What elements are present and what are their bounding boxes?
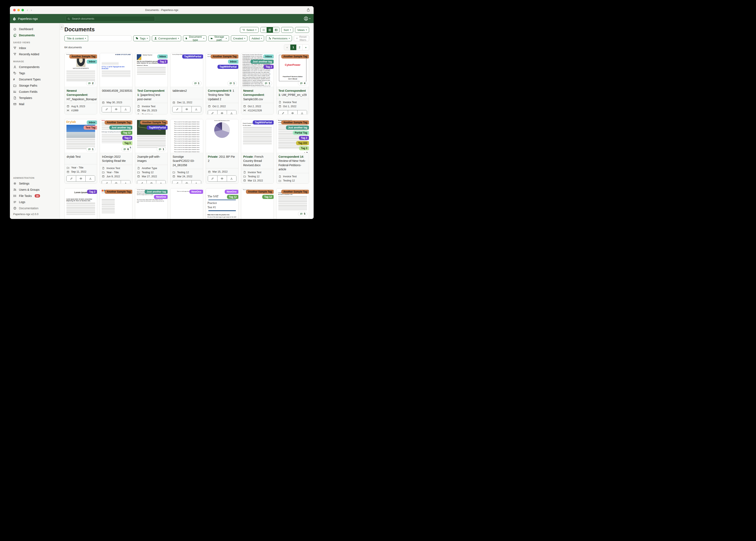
sidebar-item-users-groups[interactable]: Users & Groups (10, 187, 60, 193)
tag-badge[interactable]: TagWithPartial (147, 126, 168, 130)
tag-badge[interactable]: Inbox (87, 120, 97, 125)
tag-badge[interactable]: NewOne (154, 195, 168, 199)
view-button[interactable] (111, 106, 121, 112)
comment-count-badge[interactable]: 1 (227, 81, 237, 86)
sidebar-collapse-button[interactable]: « (60, 24, 64, 30)
view-mode-detail-view[interactable] (273, 27, 279, 33)
tag-badge[interactable]: Inbox (87, 60, 97, 64)
sidebar-item-documents[interactable]: Documents (10, 32, 60, 38)
tag-badge[interactable]: Another Sample Tag (246, 190, 274, 194)
edit-button[interactable] (172, 181, 182, 184)
metadata-row[interactable]: Invoice Test (243, 170, 272, 175)
tag-badge[interactable]: TagWithPartial (253, 120, 274, 125)
metadata-row[interactable]: Jun 9, 2022 (102, 175, 130, 179)
metadata-row[interactable]: Testing 12 (243, 175, 272, 179)
filter-document-type-button[interactable]: Document type▾ (183, 35, 207, 41)
metadata-row[interactable]: Mar 25, 2023 (137, 109, 165, 113)
tag-badge[interactable]: Another Sample Tag (105, 190, 132, 194)
brand[interactable]: Paperless-ngx (13, 17, 38, 20)
edit-button[interactable] (208, 176, 217, 182)
tag-badge[interactable]: Tag 3 (122, 141, 132, 145)
document-preview[interactable]: ✻ BANK OF SCOTLAND2,0 % p. a. auf Ihr Ta… (100, 53, 132, 87)
tag-badge[interactable]: Inbox (157, 54, 168, 59)
metadata-row[interactable]: Testing 12 (279, 179, 307, 183)
sidebar-item-tags[interactable]: Tags (10, 70, 60, 76)
download-button[interactable] (227, 176, 236, 182)
download-button[interactable] (298, 110, 307, 114)
document-preview[interactable]: Lorem ipsumLorem ipsum dolor sit amet, c… (276, 189, 309, 219)
sidebar-item-inbox[interactable]: Inbox (10, 45, 60, 51)
tag-badge[interactable]: Tag 12 (227, 195, 238, 199)
tag-badge[interactable]: Another Sample Tag (140, 120, 168, 125)
document-preview[interactable]: Review of Arbitral Awardsof ArbitralAnot… (276, 119, 309, 153)
document-title[interactable]: Newest Correspondent: H7_Napoleon_Bonapa… (65, 87, 97, 103)
metadata-row[interactable]: Testing 12 (137, 170, 165, 175)
tag-badge[interactable]: Tag 222 (296, 141, 309, 145)
download-button[interactable] (121, 181, 130, 184)
view-button[interactable] (288, 110, 298, 114)
filter-tags-button[interactable]: Tags▾ (133, 35, 150, 41)
document-title[interactable]: InDesign 2022 Scripting Read Me (100, 153, 132, 165)
sidebar-item-custom-fields[interactable]: Custom Fields (10, 89, 60, 95)
view-mode-grid-view[interactable] (267, 27, 273, 33)
tag-badge[interactable]: Test Tag (84, 126, 97, 130)
tag-badge[interactable]: NewOne (225, 190, 238, 194)
sidebar-item-document-types[interactable]: #Document Types (10, 76, 60, 83)
sidebar-item-templates[interactable]: Templates (10, 95, 60, 101)
sidebar-item-storage-paths[interactable]: Storage Paths (10, 83, 60, 89)
metadata-row[interactable]: Invoice Test (279, 175, 307, 179)
select-button[interactable]: Select ▾ (240, 27, 259, 33)
tag-badge[interactable]: NewOne (189, 190, 203, 194)
metadata-row[interactable]: Invoice Test (102, 166, 130, 170)
document-preview[interactable]: Medical TeacherHas the new Kirkpatrick g… (135, 53, 168, 87)
tag-badge[interactable]: Tag 12 (262, 195, 274, 199)
view-button[interactable] (182, 181, 191, 184)
sidebar-item-settings[interactable]: Settings (10, 181, 60, 187)
document-title[interactable]: Private: French Country Bread Revised.do… (241, 153, 274, 169)
document-preview[interactable]: Lorem ipsumLorem ipsum dolor sit amet, c… (65, 189, 97, 219)
filter-added-button[interactable]: Added▾ (249, 35, 264, 41)
tag-badge[interactable]: Just another tag (145, 190, 168, 194)
document-preview[interactable]: Contact Sheet DemoGiven a set of image f… (135, 189, 168, 219)
document-preview[interactable]: The SATPracticeTest #1Make time to take … (206, 189, 238, 219)
tag-badge[interactable]: Tag 12 (121, 131, 132, 135)
metadata-row[interactable]: #112412326 (243, 109, 272, 113)
document-title[interactable]: Test Correspondent 1: UM_PPBE_en_v29 (276, 87, 309, 99)
comment-count-badge[interactable]: 1 (157, 147, 166, 152)
sidebar-item-correspondents[interactable]: Correspondents (10, 64, 60, 70)
tag-badge[interactable]: Just another tag (286, 126, 309, 130)
metadata-row[interactable]: Sep 11, 2022 (67, 170, 95, 174)
search-input[interactable] (71, 17, 153, 20)
document-preview[interactable]: Country,Region/State,"TagWithPartial1 (170, 53, 203, 87)
document-preview[interactable]: AdobeInDesign Scripting DocumentationAno… (100, 119, 132, 153)
document-preview[interactable]: Test NameAnother Sample Tag (100, 189, 132, 219)
comment-count-badge[interactable]: 2 (86, 81, 96, 86)
download-button[interactable] (192, 106, 201, 112)
sidebar-item-dashboard[interactable]: Dashboard (10, 26, 60, 32)
edit-button[interactable] (67, 176, 76, 182)
tag-badge[interactable]: TagWithPartial (217, 65, 238, 69)
document-preview[interactable]: Another Sample TagTagWithPartial1 (135, 119, 168, 153)
title-content-input[interactable] (88, 35, 131, 41)
document-preview[interactable]: French Country BreadFor the LeavenTagWit… (241, 119, 274, 153)
download-button[interactable] (156, 181, 165, 184)
tag-badge[interactable]: Another Sample Tag (281, 190, 309, 194)
document-title[interactable]: tablerates2 (170, 87, 203, 99)
view-button[interactable] (182, 106, 191, 112)
metadata-row[interactable]: Mar 15, 2022 (208, 170, 236, 174)
edit-button[interactable] (137, 181, 147, 184)
sidebar-item-recently-added[interactable]: Recently Added (10, 51, 60, 57)
document-preview[interactable]: This is a test for the double space char… (170, 119, 203, 153)
document-title[interactable]: Newest Correspondent: Sample100.csv (241, 87, 274, 103)
tag-badge[interactable]: Another Sample Tag (69, 54, 97, 59)
metadata-row[interactable]: Oct 1, 2022 (279, 104, 307, 109)
comment-count-badge[interactable]: 1 (263, 81, 272, 86)
filter-permissions-button[interactable]: Permissions▾ (266, 35, 292, 41)
sidebar-item-mail[interactable]: Mail (10, 101, 60, 107)
document-title[interactable]: Sonstige ScanPC2022 03-24_081058 (170, 153, 203, 169)
metadata-row[interactable]: Oct 2, 2022 (243, 104, 272, 109)
view-button[interactable] (76, 176, 86, 182)
edit-button[interactable] (102, 106, 111, 112)
metadata-row[interactable]: Dec 11, 2022 (172, 100, 201, 105)
metadata-row[interactable]: Oct 2, 2022 (208, 104, 236, 109)
